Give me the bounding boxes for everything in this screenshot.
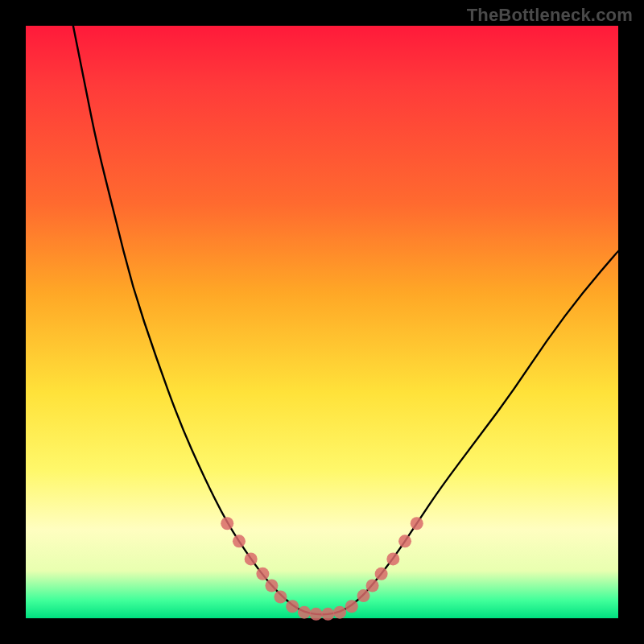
marker-point xyxy=(321,608,334,621)
marker-point xyxy=(386,552,399,565)
marker-point xyxy=(333,606,346,619)
marker-point xyxy=(265,580,278,592)
marker-point xyxy=(221,517,233,530)
marker-point xyxy=(357,589,370,602)
attribution-text: TheBottleneck.com xyxy=(467,5,633,26)
marker-point xyxy=(298,606,311,619)
marker-point xyxy=(375,568,388,580)
marker-point xyxy=(310,608,323,621)
marker-point xyxy=(366,580,379,592)
marker-point xyxy=(256,568,269,580)
marker-point xyxy=(245,552,258,565)
marker-point xyxy=(398,535,411,547)
bottleneck-curve xyxy=(73,26,618,614)
marker-point xyxy=(345,600,358,613)
marker-point xyxy=(411,517,423,530)
sample-points xyxy=(221,517,423,621)
chart-svg xyxy=(26,26,618,618)
plot-area xyxy=(26,26,618,618)
marker-point xyxy=(274,591,287,604)
marker-point xyxy=(286,600,299,613)
chart-frame: TheBottleneck.com xyxy=(0,0,644,644)
marker-point xyxy=(233,535,246,547)
